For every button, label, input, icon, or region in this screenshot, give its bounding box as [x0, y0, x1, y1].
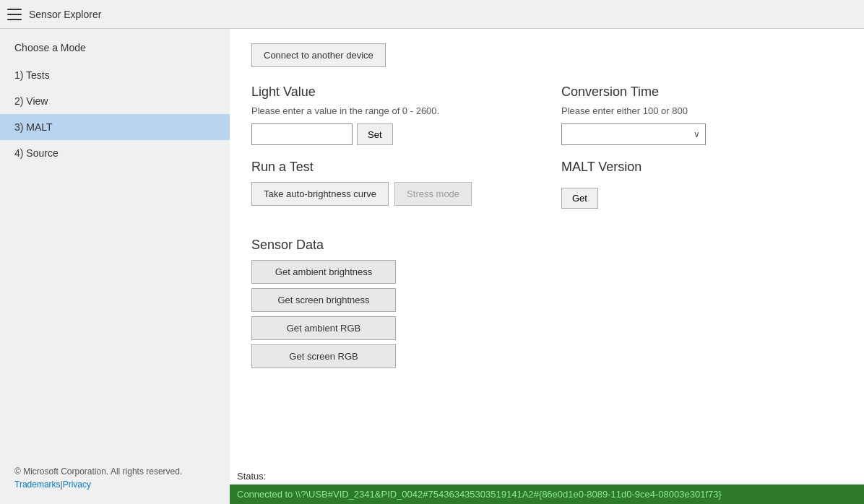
hamburger-icon[interactable] — [7, 9, 22, 20]
malt-get-button[interactable]: Get — [561, 188, 598, 209]
sensor-data-title: Sensor Data — [251, 238, 842, 253]
sidebar: Choose a Mode 1) Tests 2) View 3) MALT 4… — [0, 29, 230, 504]
sensor-data-buttons: Get ambient brightness Get screen bright… — [251, 260, 396, 368]
get-screen-brightness-button[interactable]: Get screen brightness — [251, 288, 396, 312]
sidebar-item-tests[interactable]: 1) Tests — [0, 62, 230, 88]
conversion-time-hint: Please enter either 100 or 800 — [561, 105, 842, 116]
status-bar: Status: Connected to \\?\USB#VID_2341&PI… — [230, 468, 864, 504]
sidebar-item-malt[interactable]: 3) MALT — [0, 114, 230, 140]
status-connected-text: Connected to \\?\USB#VID_2341&PID_0042#7… — [230, 485, 864, 504]
auto-brightness-button[interactable]: Take auto-brightness curve — [251, 182, 389, 206]
top-section: Light Value Please enter a value in the … — [251, 84, 842, 145]
title-bar: Sensor Explorer — [0, 0, 864, 29]
main-layout: Choose a Mode 1) Tests 2) View 3) MALT 4… — [0, 29, 864, 504]
light-value-row: Set — [251, 123, 532, 145]
privacy-link[interactable]: Privacy — [63, 479, 91, 490]
stress-mode-button[interactable]: Stress mode — [394, 182, 472, 206]
light-value-title: Light Value — [251, 84, 532, 100]
get-ambient-brightness-button[interactable]: Get ambient brightness — [251, 260, 396, 284]
middle-section: Run a Test Take auto-brightness curve St… — [251, 160, 842, 223]
light-value-hint: Please enter a value in the range of 0 -… — [251, 105, 532, 116]
conversion-time-select[interactable]: 100 800 — [561, 123, 706, 145]
app-title: Sensor Explorer — [29, 9, 101, 20]
run-test-title: Run a Test — [251, 160, 532, 175]
content-area: Connect to another device Light Value Pl… — [230, 29, 864, 504]
set-button[interactable]: Set — [357, 123, 393, 145]
trademarks-link[interactable]: Trademarks — [14, 479, 61, 490]
conversion-select-wrapper: 100 800 — [561, 123, 706, 145]
connect-button[interactable]: Connect to another device — [251, 43, 386, 67]
run-test-section: Run a Test Take auto-brightness curve St… — [251, 160, 532, 206]
light-value-section: Light Value Please enter a value in the … — [251, 84, 532, 145]
status-label: Status: — [230, 468, 864, 485]
sidebar-item-view[interactable]: 2) View — [0, 88, 230, 114]
run-test-buttons: Take auto-brightness curve Stress mode — [251, 182, 532, 206]
malt-version-section: MALT Version Get — [561, 160, 842, 223]
get-ambient-rgb-button[interactable]: Get ambient RGB — [251, 316, 396, 340]
malt-version-title: MALT Version — [561, 160, 842, 175]
conversion-time-section: Conversion Time Please enter either 100 … — [561, 84, 842, 145]
light-value-input[interactable] — [251, 123, 353, 145]
sidebar-footer: © Microsoft Corporation. All rights rese… — [0, 459, 230, 504]
copyright-text: © Microsoft Corporation. All rights rese… — [14, 466, 215, 477]
sensor-data-section: Sensor Data Get ambient brightness Get s… — [251, 238, 842, 368]
conversion-time-title: Conversion Time — [561, 84, 842, 100]
get-screen-rgb-button[interactable]: Get screen RGB — [251, 344, 396, 368]
sidebar-item-source[interactable]: 4) Source — [0, 140, 230, 166]
sidebar-heading: Choose a Mode — [0, 36, 230, 62]
content-wrapper: Connect to another device Light Value Pl… — [230, 29, 864, 504]
